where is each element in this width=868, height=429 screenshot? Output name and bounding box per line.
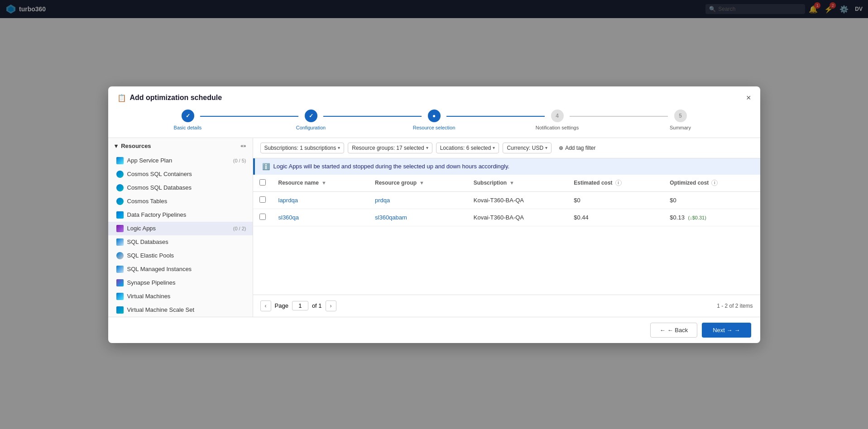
sidebar-label-data-factory-pipelines: Data Factory Pipelines — [127, 211, 187, 218]
sidebar-icon-sql-managed-instances — [116, 266, 124, 273]
sidebar-label-cosmos-sql-containers: Cosmos SQL Containers — [127, 171, 192, 177]
sidebar-item-sql-elastic-pools-left: SQL Elastic Pools — [116, 252, 246, 259]
next-button[interactable]: Next → → — [702, 323, 751, 338]
cell-resource-group-row-2: sl360qabam — [369, 209, 467, 226]
step-configuration: ✓ Configuration — [249, 110, 373, 130]
modal-body: ▾ Resources «» App Service Plan (0 / 5) … — [108, 138, 760, 317]
resource-groups-filter[interactable]: Resource groups: 17 selected ▾ — [348, 143, 432, 153]
step-basic-details: ✓ Basic details — [126, 110, 249, 130]
step-notification-settings: 4 Notification settings — [496, 110, 619, 130]
stepper: ✓ Basic details ✓ Configuration ● Resour… — [117, 110, 751, 138]
pagination-bar: ‹ Page of 1 › 1 - 2 of 2 items — [253, 295, 760, 317]
filter-bar: Subscriptions: 1 subscriptions ▾ Resourc… — [253, 138, 760, 158]
modal-title-row: 📋 Add optimization schedule × — [117, 94, 751, 102]
next-page-button[interactable]: › — [326, 300, 336, 311]
modal-title: 📋 Add optimization schedule — [117, 94, 222, 102]
cell-resource-group-row-1: prdqa — [369, 191, 467, 209]
step-label-resource-selection: Resource selection — [413, 125, 456, 130]
add-optimization-modal: 📋 Add optimization schedule × ✓ Basic de… — [108, 86, 760, 343]
resource-name-link-row-2[interactable]: sl360qa — [278, 214, 299, 221]
add-tag-filter-button[interactable]: ⊕ Add tag filter — [555, 143, 599, 153]
sidebar-icon-app-service-plan — [116, 157, 124, 164]
sidebar-label-synapse-pipelines: Synapse Pipelines — [127, 279, 176, 286]
currency-filter[interactable]: Currency: USD ▾ — [503, 143, 551, 153]
cell-subscription-row-1: Kovai-T360-BA-QA — [467, 191, 567, 209]
resource-group-link-row-2[interactable]: sl360qabam — [375, 214, 407, 221]
of-label: of 1 — [312, 302, 322, 309]
sidebar-item-logic-apps-left: Logic Apps — [116, 225, 230, 232]
estimated-cost-info-icon[interactable]: i — [615, 180, 622, 186]
sidebar-label-cosmos-sql-databases: Cosmos SQL Databases — [127, 184, 192, 191]
sidebar-item-cosmos-tables-left: Cosmos Tables — [116, 198, 246, 205]
sidebar-item-cosmos-sql-databases[interactable]: Cosmos SQL Databases — [108, 181, 253, 195]
table-body: laprdqa prdqa Kovai-T360-BA-QA $0 $0 sl3… — [253, 191, 760, 226]
sidebar-label-virtual-machine-scale-set: Virtual Machine Scale Set — [127, 306, 195, 313]
sidebar-icon-cosmos-sql-databases — [116, 184, 124, 191]
row-checkbox-cell-row-1 — [253, 191, 272, 209]
sidebar-section-header[interactable]: ▾ Resources «» — [108, 138, 253, 154]
sidebar-section-label: ▾ Resources — [115, 143, 151, 149]
optimized-cost-info-icon[interactable]: i — [711, 180, 718, 186]
sidebar-item-data-factory-pipelines[interactable]: Data Factory Pipelines — [108, 208, 253, 222]
sidebar-item-app-service-plan-left: App Service Plan — [116, 157, 230, 164]
col-header-subscription: Subscription ▼ — [467, 175, 567, 192]
sidebar-label-app-service-plan: App Service Plan — [127, 157, 173, 164]
step-circle-basic-details: ✓ — [182, 110, 194, 122]
sidebar-item-cosmos-tables[interactable]: Cosmos Tables — [108, 195, 253, 208]
sidebar-item-virtual-machine-scale-set[interactable]: Virtual Machine Scale Set — [108, 303, 253, 317]
sidebar-item-sql-elastic-pools[interactable]: SQL Elastic Pools — [108, 249, 253, 262]
resource-group-link-row-1[interactable]: prdqa — [375, 197, 390, 204]
resource-group-filter-icon[interactable]: ▼ — [419, 180, 424, 186]
sidebar-icon-sql-elastic-pools — [116, 252, 124, 259]
sidebar-item-sql-managed-instances[interactable]: SQL Managed Instances — [108, 262, 253, 276]
page-number-input[interactable] — [292, 301, 308, 310]
chevron-down-icon: ▾ — [115, 143, 118, 149]
sidebar-item-logic-apps[interactable]: Logic Apps (0 / 2) — [108, 222, 253, 235]
step-summary: 5 Summary — [619, 110, 742, 130]
prev-page-button[interactable]: ‹ — [260, 300, 271, 311]
modal-overlay: 📋 Add optimization schedule × ✓ Basic de… — [0, 0, 868, 429]
locations-filter[interactable]: Locations: 6 selected ▾ — [436, 143, 499, 153]
cell-optimized-cost-row-1: $0 — [663, 191, 760, 209]
cell-estimated-cost-row-1: $0 — [567, 191, 663, 209]
resource-name-link-row-1[interactable]: laprdqa — [278, 197, 298, 204]
sidebar-item-synapse-pipelines[interactable]: Synapse Pipelines — [108, 276, 253, 290]
sidebar-item-cosmos-sql-containers[interactable]: Cosmos SQL Containers — [108, 167, 253, 181]
sidebar-item-virtual-machines[interactable]: Virtual Machines — [108, 290, 253, 303]
resources-table-container: Resource name ▼ Resource group ▼ — [253, 175, 760, 295]
back-button[interactable]: ← ← Back — [650, 323, 698, 338]
step-label-notification-settings: Notification settings — [536, 125, 579, 130]
sidebar-icon-logic-apps — [116, 225, 124, 232]
sidebar-label-virtual-machines: Virtual Machines — [127, 293, 171, 300]
sidebar-item-cosmos-sql-containers-left: Cosmos SQL Containers — [116, 171, 246, 178]
sidebar-resources: ▾ Resources «» App Service Plan (0 / 5) … — [108, 138, 253, 317]
step-circle-configuration: ✓ — [305, 110, 317, 122]
next-arrow-icon: → — [734, 327, 740, 334]
row-checkbox-row-2[interactable] — [259, 214, 266, 220]
table-row-row-1: laprdqa prdqa Kovai-T360-BA-QA $0 $0 — [253, 191, 760, 209]
cell-estimated-cost-row-2: $0.44 — [567, 209, 663, 226]
subscription-filter-icon[interactable]: ▼ — [509, 180, 514, 186]
sidebar-item-synapse-pipelines-left: Synapse Pipelines — [116, 279, 246, 286]
close-button[interactable]: × — [746, 94, 751, 102]
sidebar-icon-sql-databases — [116, 238, 124, 246]
sidebar-item-app-service-plan[interactable]: App Service Plan (0 / 5) — [108, 154, 253, 167]
col-header-estimated-cost: Estimated cost i — [567, 175, 663, 192]
main-content-area: Subscriptions: 1 subscriptions ▾ Resourc… — [253, 138, 760, 317]
modal-header: 📋 Add optimization schedule × ✓ Basic de… — [108, 86, 760, 138]
resource-name-filter-icon[interactable]: ▼ — [321, 180, 326, 186]
select-all-checkbox[interactable] — [259, 179, 266, 186]
sidebar-item-sql-databases[interactable]: SQL Databases — [108, 235, 253, 249]
modal-footer: ← ← Back Next → → — [108, 317, 760, 343]
row-checkbox-row-1[interactable] — [259, 196, 266, 203]
select-all-header — [253, 175, 272, 192]
sidebar-label-sql-databases: SQL Databases — [127, 238, 168, 245]
currency-filter-chevron: ▾ — [545, 145, 547, 150]
step-label-configuration: Configuration — [296, 125, 326, 130]
step-circle-notification-settings: 4 — [551, 110, 564, 122]
sidebar-label-cosmos-tables: Cosmos Tables — [127, 198, 168, 205]
subscriptions-filter[interactable]: Subscriptions: 1 subscriptions ▾ — [260, 143, 345, 153]
sidebar-collapse-button[interactable]: «» — [240, 143, 246, 148]
resource-groups-filter-chevron: ▾ — [426, 145, 428, 150]
pagination-controls: ‹ Page of 1 › — [260, 300, 336, 311]
